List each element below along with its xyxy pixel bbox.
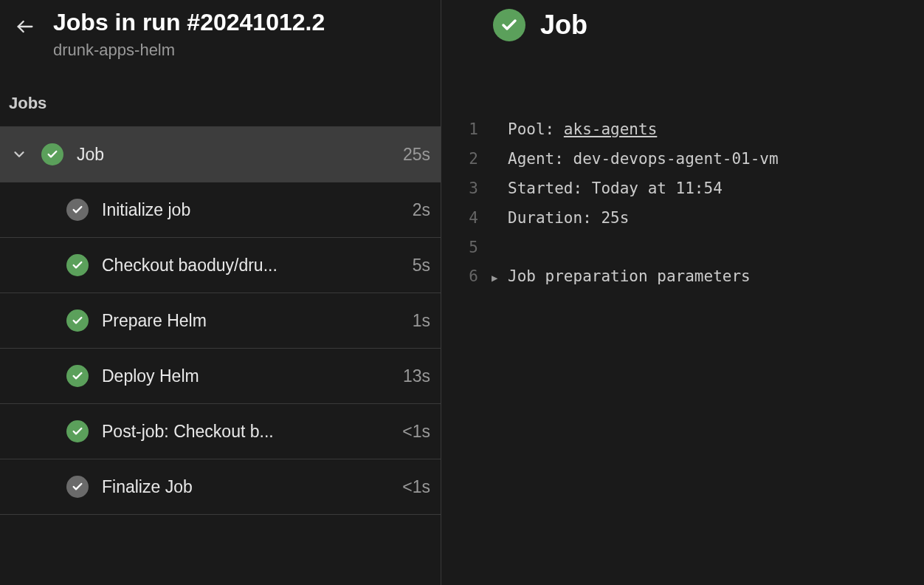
line-content: Duration: 25s	[508, 204, 629, 233]
line-number: 4	[441, 204, 492, 233]
check-icon	[66, 476, 89, 498]
line-content: Pool: aks-agents	[508, 115, 657, 145]
line-number: 3	[441, 174, 492, 204]
detail-header: Job	[441, 9, 924, 41]
log-line: 5	[441, 233, 924, 263]
log-line: 2Agent: dev-devops-agent-01-vm	[441, 145, 924, 174]
job-step-row[interactable]: Prepare Helm1s	[0, 293, 441, 349]
panel-header: Jobs in run #20241012.2 drunk-apps-helm	[0, 0, 441, 81]
log-line: 3Started: Today at 11:54	[441, 174, 924, 204]
page-title: Jobs in run #20241012.2	[53, 9, 426, 36]
line-number: 2	[441, 145, 492, 174]
step-duration: 2s	[413, 200, 430, 220]
check-icon	[66, 199, 89, 221]
check-icon	[493, 9, 525, 41]
jobs-section-header: Jobs	[0, 81, 441, 127]
line-content: Job preparation parameters	[508, 262, 751, 292]
job-step-row[interactable]: Checkout baoduy/dru...5s	[0, 238, 441, 293]
step-name: Finalize Job	[102, 477, 389, 497]
job-duration: 25s	[403, 145, 430, 165]
log-line: 4Duration: 25s	[441, 204, 924, 233]
check-icon	[66, 420, 89, 442]
check-icon	[41, 143, 63, 165]
log-link[interactable]: aks-agents	[564, 120, 657, 138]
line-content: Started: Today at 11:54	[508, 174, 723, 204]
step-duration: <1s	[402, 422, 430, 442]
log-output: 1Pool: aks-agents2Agent: dev-devops-agen…	[441, 115, 924, 292]
check-icon	[66, 254, 89, 276]
check-icon	[66, 309, 89, 332]
step-name: Initialize job	[102, 200, 399, 220]
detail-title: Job	[540, 10, 587, 41]
step-duration: 5s	[413, 256, 430, 276]
step-name: Prepare Helm	[102, 311, 399, 331]
line-number: 5	[441, 233, 492, 263]
job-name: Job	[77, 145, 390, 165]
step-duration: <1s	[402, 477, 430, 497]
chevron-down-icon[interactable]	[10, 146, 28, 162]
expand-triangle-icon[interactable]: ▶	[492, 268, 508, 288]
line-content: Agent: dev-devops-agent-01-vm	[508, 145, 779, 174]
log-line: 1Pool: aks-agents	[441, 115, 924, 145]
job-step-row[interactable]: Finalize Job<1s	[0, 459, 441, 515]
jobs-panel: Jobs in run #20241012.2 drunk-apps-helm …	[0, 0, 441, 585]
job-list: Job 25s Initialize job2sCheckout baoduy/…	[0, 127, 441, 515]
step-name: Checkout baoduy/dru...	[102, 256, 399, 276]
line-number: 1	[441, 115, 492, 145]
job-row-main[interactable]: Job 25s	[0, 127, 441, 182]
log-line[interactable]: 6▶Job preparation parameters	[441, 262, 924, 292]
job-step-row[interactable]: Deploy Helm13s	[0, 349, 441, 404]
detail-panel: Job 1Pool: aks-agents2Agent: dev-devops-…	[441, 0, 924, 585]
check-icon	[66, 365, 89, 387]
job-step-row[interactable]: Initialize job2s	[0, 182, 441, 238]
step-name: Deploy Helm	[102, 366, 390, 386]
job-step-row[interactable]: Post-job: Checkout b...<1s	[0, 404, 441, 459]
back-button[interactable]	[15, 16, 35, 40]
step-duration: 1s	[413, 311, 430, 331]
page-subtitle: drunk-apps-helm	[53, 41, 426, 60]
line-number: 6	[441, 262, 492, 292]
step-name: Post-job: Checkout b...	[102, 422, 389, 442]
step-duration: 13s	[403, 366, 430, 386]
